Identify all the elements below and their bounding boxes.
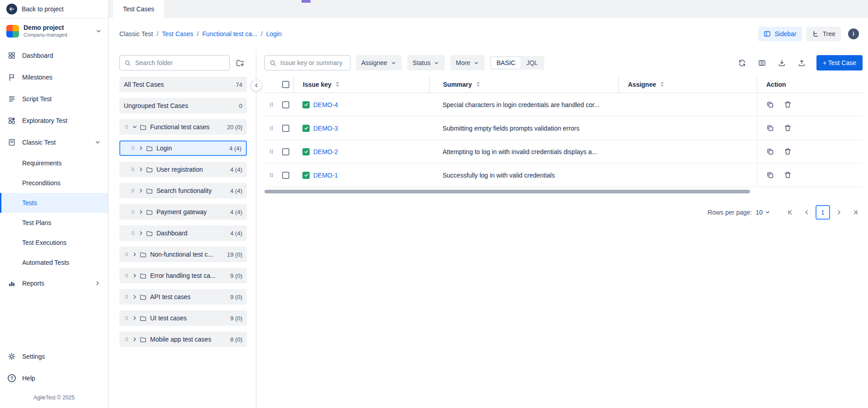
next-page-button[interactable]: [832, 205, 846, 220]
folder-row-login[interactable]: Login 4 (4): [119, 141, 247, 156]
more-dropdown[interactable]: More: [450, 55, 485, 70]
issue-search-input[interactable]: [279, 59, 345, 67]
sidebar-item-automated-tests[interactable]: Automated Tests: [0, 253, 108, 272]
row-checkbox[interactable]: [282, 125, 289, 132]
column-header-summary[interactable]: Summary: [429, 76, 618, 93]
page-1-button[interactable]: 1: [816, 205, 830, 220]
drag-handle-icon[interactable]: [124, 294, 129, 300]
last-page-button[interactable]: [848, 205, 863, 220]
refresh-button[interactable]: [735, 56, 750, 70]
sidebar-item-tests[interactable]: Tests: [0, 193, 108, 213]
copy-button[interactable]: [766, 101, 774, 108]
row-drag-handle[interactable]: [264, 125, 278, 131]
folder-row-api-test-cases[interactable]: API test cases 9 (0): [119, 289, 247, 305]
breadcrumb-item-functional-test-cases[interactable]: Functional test ca...: [202, 30, 257, 38]
chevron-down-icon[interactable]: [132, 124, 138, 130]
folder-row-functional-test-cases[interactable]: Functional test cases 20 (0): [119, 119, 247, 135]
row-checkbox[interactable]: [282, 148, 289, 155]
chevron-right-icon[interactable]: [132, 272, 138, 279]
scrollbar-thumb[interactable]: [264, 190, 750, 193]
drag-handle-icon[interactable]: [124, 315, 129, 321]
chevron-right-icon[interactable]: [132, 315, 138, 321]
row-drag-handle[interactable]: [264, 172, 278, 178]
sidebar-item-exploratory-test[interactable]: Exploratory Test: [0, 110, 108, 131]
columns-button[interactable]: [755, 56, 769, 70]
delete-button[interactable]: [784, 171, 792, 179]
collapse-panel-button[interactable]: [250, 80, 262, 91]
info-button[interactable]: i: [848, 28, 859, 39]
issue-key-link[interactable]: DEMO-2: [313, 148, 338, 155]
mode-jql[interactable]: JQL: [521, 57, 543, 69]
sidebar-item-test-executions[interactable]: Test Executions: [0, 233, 108, 253]
drag-handle-icon[interactable]: [124, 124, 129, 130]
sidebar-item-dashboard[interactable]: Dashboard: [0, 45, 108, 66]
column-header-issue-key[interactable]: Issue key: [293, 76, 429, 93]
sidebar-item-milestones[interactable]: Milestones: [0, 66, 108, 88]
prev-page-button[interactable]: [799, 205, 814, 220]
tree-view-button[interactable]: Tree: [807, 27, 841, 41]
issue-key-link[interactable]: DEMO-3: [313, 125, 338, 132]
folder-row-dashboard[interactable]: Dashboard 4 (4): [119, 225, 247, 241]
drag-handle-icon[interactable]: [124, 272, 129, 279]
rows-per-page-select[interactable]: 10: [755, 209, 770, 216]
folder-row-mobile-app-test-cases[interactable]: Mobile app test cases 8 (0): [119, 332, 247, 347]
copy-button[interactable]: [766, 148, 774, 155]
drag-handle-icon[interactable]: [130, 166, 136, 173]
chevron-right-icon[interactable]: [138, 209, 144, 215]
sidebar-item-settings[interactable]: Settings: [0, 346, 108, 367]
sidebar-item-help[interactable]: ? Help: [0, 367, 108, 389]
chevron-right-icon[interactable]: [138, 166, 144, 173]
sidebar-item-classic-test[interactable]: Classic Test: [0, 131, 108, 153]
row-drag-handle[interactable]: [264, 148, 278, 155]
project-switcher[interactable]: Demo project Company-managed: [0, 18, 108, 43]
copy-button[interactable]: [766, 124, 774, 132]
chevron-right-icon[interactable]: [138, 145, 144, 151]
sidebar-item-requirements[interactable]: Requirements: [0, 153, 108, 173]
sidebar-item-reports[interactable]: Reports: [0, 272, 108, 294]
folder-search-input[interactable]: [134, 59, 225, 67]
sidebar-item-script-test[interactable]: Script Test: [0, 88, 108, 110]
drag-handle-icon[interactable]: [130, 209, 136, 215]
delete-button[interactable]: [784, 148, 792, 155]
drag-handle-icon[interactable]: [130, 188, 136, 194]
folder-row-error-handling[interactable]: Error handling test ca... 9 (0): [119, 268, 247, 283]
chevron-right-icon[interactable]: [132, 336, 138, 342]
folder-row-payment-gateway[interactable]: Payment gateway 4 (4): [119, 204, 247, 220]
chevron-right-icon[interactable]: [138, 188, 144, 194]
row-checkbox[interactable]: [282, 172, 289, 179]
back-button[interactable]: Back to project: [0, 0, 108, 18]
folder-row-non-functional[interactable]: Non-functional test c... 19 (0): [119, 247, 247, 262]
breadcrumb-item-classic-test[interactable]: Classic Test: [119, 30, 153, 38]
chevron-right-icon[interactable]: [132, 251, 138, 258]
issue-key-link[interactable]: DEMO-1: [313, 172, 338, 179]
drag-handle-icon[interactable]: [124, 251, 129, 258]
export-button[interactable]: [775, 56, 789, 70]
breadcrumb-item-test-cases[interactable]: Test Cases: [162, 30, 193, 38]
folder-row-ungrouped[interactable]: Ungrouped Test Cases 0: [119, 98, 247, 113]
row-drag-handle[interactable]: [264, 101, 278, 108]
folder-row-all-test-cases[interactable]: All Test Cases 74: [119, 77, 247, 92]
import-button[interactable]: [795, 56, 809, 70]
chevron-right-icon[interactable]: [132, 294, 138, 300]
add-folder-button[interactable]: [233, 56, 247, 70]
folder-row-ui-test-cases[interactable]: UI test cases 9 (0): [119, 310, 247, 326]
issue-key-link[interactable]: DEMO-4: [313, 101, 338, 108]
drag-handle-icon[interactable]: [130, 230, 136, 236]
breadcrumb-item-login[interactable]: Login: [266, 30, 282, 38]
folder-row-search-functionality[interactable]: Search functionality 4 (4): [119, 183, 247, 198]
tab-test-cases[interactable]: Test Cases: [113, 0, 164, 18]
first-page-button[interactable]: [783, 205, 797, 220]
sidebar-view-button[interactable]: Sidebar: [758, 27, 802, 41]
drag-handle-icon[interactable]: [124, 336, 129, 342]
column-header-assignee[interactable]: Assignee: [618, 76, 757, 93]
row-checkbox[interactable]: [282, 101, 289, 108]
sidebar-item-test-plans[interactable]: Test Plans: [0, 213, 108, 233]
chevron-right-icon[interactable]: [138, 230, 144, 236]
copy-button[interactable]: [766, 171, 774, 179]
sidebar-item-preconditions[interactable]: Preconditions: [0, 173, 108, 193]
folder-row-user-registration[interactable]: User registration 4 (4): [119, 162, 247, 177]
delete-button[interactable]: [784, 101, 792, 108]
status-dropdown[interactable]: Status: [407, 55, 445, 70]
assignee-dropdown[interactable]: Assignee: [356, 55, 402, 70]
drag-handle-icon[interactable]: [130, 145, 136, 151]
